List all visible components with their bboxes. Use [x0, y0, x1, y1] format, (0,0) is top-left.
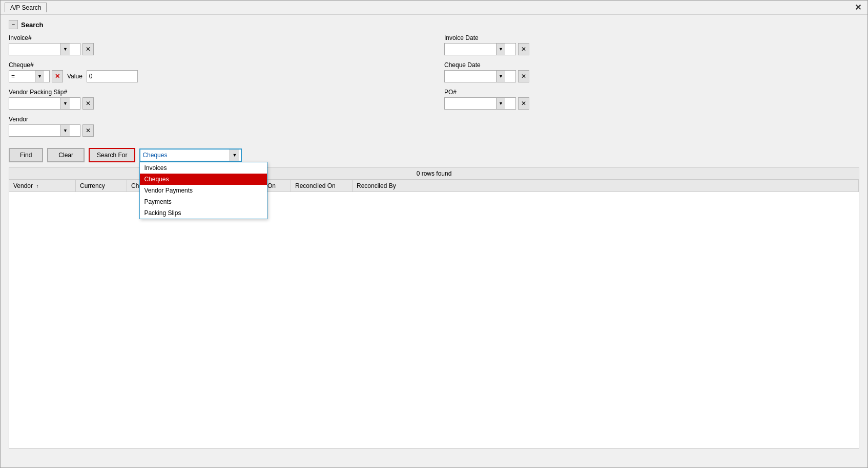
po-input[interactable] — [445, 98, 496, 109]
vendor-input[interactable] — [9, 125, 60, 136]
cheque-date-input[interactable] — [445, 71, 496, 82]
cheque-row: ▼ ✕ Value — [9, 70, 424, 82]
po-clear-btn[interactable]: ✕ — [518, 97, 529, 110]
dropdown-item-invoices[interactable]: Invoices — [140, 162, 267, 174]
cheque-group: Cheque# ▼ ✕ Value — [9, 61, 424, 82]
table-body — [9, 192, 859, 448]
dropdown-item-cheques[interactable]: Cheques — [140, 174, 267, 185]
search-for-dropdown-wrapper: Cheques ▼ Invoices Cheques Vendor Paymen… — [139, 148, 242, 162]
vendor-clear-btn[interactable]: ✕ — [82, 124, 94, 137]
invoice-date-input[interactable] — [445, 44, 496, 55]
search-for-arrow[interactable]: ▼ — [230, 150, 239, 161]
form-grid: Invoice# ▼ ✕ Cheque# — [9, 34, 859, 143]
invoice-row: ▼ ✕ — [9, 43, 424, 55]
th-reconciledby[interactable]: Reconciled By — [353, 180, 859, 192]
th-reconciledon[interactable]: Reconciled On — [291, 180, 353, 192]
search-for-selected-value: Cheques — [142, 152, 230, 159]
vendor-row: ▼ ✕ — [9, 124, 424, 137]
section-label: Search — [21, 21, 43, 29]
th-vendor[interactable]: Vendor ↑ — [9, 180, 76, 192]
title-tab: A/P Search — [5, 3, 47, 12]
invoice-date-clear-btn[interactable]: ✕ — [518, 43, 529, 55]
invoice-date-label: Invoice Date — [444, 34, 859, 41]
section-header: − Search — [9, 20, 859, 29]
window-title: A/P Search — [10, 4, 41, 11]
invoice-date-combo[interactable]: ▼ — [444, 43, 516, 55]
vendor-packing-row: ▼ ✕ — [9, 97, 424, 110]
search-for-dropdown-menu: Invoices Cheques Vendor Payments Payment… — [139, 162, 267, 219]
close-button[interactable]: ✕ — [853, 3, 863, 12]
results-count: 0 rows found — [417, 170, 452, 177]
invoice-date-row: ▼ ✕ — [444, 43, 859, 55]
cheque-clear-btn[interactable]: ✕ — [52, 70, 63, 82]
invoice-date-group: Invoice Date ▼ ✕ — [444, 34, 859, 55]
collapse-button[interactable]: − — [9, 20, 18, 29]
cheque-date-clear-btn[interactable]: ✕ — [518, 70, 529, 82]
cheque-label: Cheque# — [9, 61, 424, 69]
invoice-date-arrow[interactable]: ▼ — [496, 44, 505, 55]
left-column: Invoice# ▼ ✕ Cheque# — [9, 34, 424, 143]
search-for-button[interactable]: Search For — [89, 148, 135, 162]
cheque-date-combo[interactable]: ▼ — [444, 70, 516, 82]
po-arrow[interactable]: ▼ — [496, 98, 505, 109]
right-column: Invoice Date ▼ ✕ Cheque Date — [444, 34, 859, 143]
value-label: Value — [67, 73, 82, 80]
vendor-arrow[interactable]: ▼ — [60, 125, 70, 136]
dropdown-item-vendor-payments[interactable]: Vendor Payments — [140, 185, 267, 196]
invoice-group: Invoice# ▼ ✕ — [9, 34, 424, 55]
results-table-container: Vendor ↑ Currency Cheque No. Cheque Crea… — [9, 180, 859, 449]
po-label: PO# — [444, 89, 859, 96]
results-status-bar: 0 rows found — [9, 167, 859, 180]
action-row: Find Clear Search For Cheques ▼ Invoices… — [9, 148, 859, 162]
title-bar-left: A/P Search — [5, 3, 47, 12]
po-row: ▼ ✕ — [444, 97, 859, 110]
content-area: − Search Invoice# ▼ ✕ — [1, 15, 867, 454]
cheque-value-input[interactable] — [87, 70, 138, 82]
invoice-clear-btn[interactable]: ✕ — [82, 43, 94, 55]
th-vendor-label: Vendor — [13, 182, 33, 189]
title-bar: A/P Search ✕ — [1, 1, 867, 15]
vendor-packing-input[interactable] — [9, 98, 60, 109]
th-currency-label: Currency — [80, 182, 105, 189]
cheque-date-group: Cheque Date ▼ ✕ — [444, 61, 859, 82]
search-for-select[interactable]: Cheques ▼ — [139, 148, 242, 162]
po-combo[interactable]: ▼ — [444, 97, 516, 110]
po-group: PO# ▼ ✕ — [444, 89, 859, 110]
cheque-date-arrow[interactable]: ▼ — [496, 71, 505, 82]
vendor-packing-combo[interactable]: ▼ — [9, 97, 80, 110]
cheque-operator-arrow[interactable]: ▼ — [35, 71, 44, 82]
vendor-packing-clear-btn[interactable]: ✕ — [82, 97, 94, 110]
find-button[interactable]: Find — [9, 148, 43, 162]
sort-arrow-vendor: ↑ — [36, 183, 38, 189]
invoice-label: Invoice# — [9, 34, 424, 41]
table-header: Vendor ↑ Currency Cheque No. Cheque Crea… — [9, 180, 859, 192]
invoice-input[interactable] — [9, 44, 60, 55]
clear-button[interactable]: Clear — [47, 148, 85, 162]
vendor-label: Vendor — [9, 116, 424, 123]
th-reconciledby-label: Reconciled By — [357, 182, 396, 189]
cheque-operator-input[interactable] — [9, 71, 35, 82]
vendor-packing-label: Vendor Packing Slip# — [9, 89, 424, 96]
main-window: A/P Search ✕ − Search Invoice# — [0, 0, 868, 468]
vendor-combo[interactable]: ▼ — [9, 124, 80, 137]
dropdown-item-packing-slips[interactable]: Packing Slips — [140, 207, 267, 219]
cheque-date-label: Cheque Date — [444, 61, 859, 69]
th-currency[interactable]: Currency — [76, 180, 127, 192]
cheque-operator-combo[interactable]: ▼ — [9, 70, 50, 82]
vendor-packing-group: Vendor Packing Slip# ▼ ✕ — [9, 89, 424, 110]
vendor-packing-arrow[interactable]: ▼ — [60, 98, 70, 109]
collapse-icon: − — [12, 22, 15, 28]
th-reconciledon-label: Reconciled On — [295, 182, 336, 189]
invoice-dropdown-arrow[interactable]: ▼ — [60, 44, 70, 55]
dropdown-item-payments[interactable]: Payments — [140, 196, 267, 207]
cheque-date-row: ▼ ✕ — [444, 70, 859, 82]
vendor-group: Vendor ▼ ✕ — [9, 116, 424, 137]
invoice-combo[interactable]: ▼ — [9, 43, 80, 55]
